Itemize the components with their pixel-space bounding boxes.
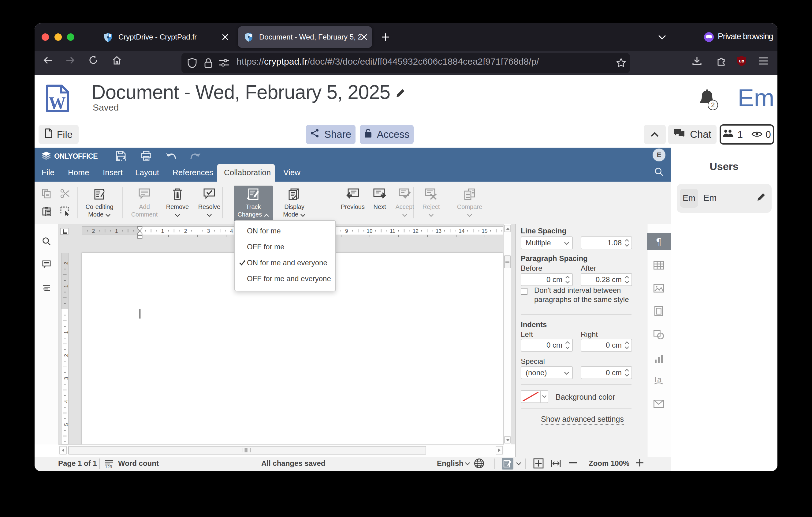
svg-text:123: 123 <box>105 464 112 468</box>
svg-text:2: 2 <box>63 354 68 357</box>
svg-text:2: 2 <box>63 262 68 265</box>
svg-text:2: 2 <box>92 228 95 234</box>
svg-text:1: 1 <box>161 228 164 234</box>
svg-text:10: 10 <box>367 228 373 234</box>
svg-text:3: 3 <box>63 377 68 380</box>
svg-text:W: W <box>49 94 66 112</box>
svg-text:1: 1 <box>63 285 68 288</box>
svg-text:11: 11 <box>390 228 395 234</box>
svg-text:1: 1 <box>63 331 68 333</box>
svg-text:12: 12 <box>413 228 418 234</box>
svg-text:9: 9 <box>345 228 348 234</box>
svg-text:15: 15 <box>482 228 488 234</box>
svg-text:13: 13 <box>436 228 441 234</box>
svg-text:5: 5 <box>63 423 68 426</box>
svg-text:4: 4 <box>230 228 233 234</box>
svg-text:4: 4 <box>63 400 68 403</box>
svg-text:uo: uo <box>739 58 744 63</box>
svg-text:14: 14 <box>459 228 464 234</box>
svg-text:2: 2 <box>184 228 187 234</box>
svg-text:3: 3 <box>207 228 210 234</box>
svg-text:1: 1 <box>115 228 118 234</box>
